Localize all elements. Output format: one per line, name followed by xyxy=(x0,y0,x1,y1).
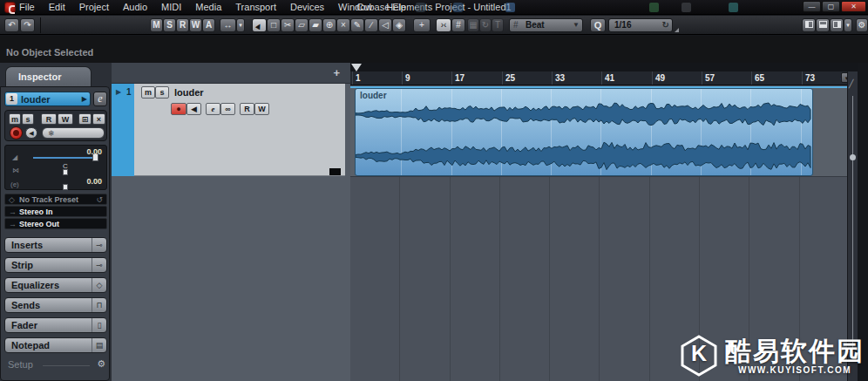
output-routing-row[interactable]: → Stereo Out xyxy=(4,218,107,229)
section-sends[interactable]: Sends ⊓ xyxy=(4,297,107,313)
audio-track-lane[interactable]: louder xyxy=(350,88,858,176)
volume-slider[interactable] xyxy=(33,157,96,159)
monitor-button[interactable]: ◀ xyxy=(25,127,37,139)
auto-punch-dropdown[interactable]: ▾ xyxy=(236,18,245,32)
edit-channel-button[interactable]: e xyxy=(93,92,107,106)
right-zone-button[interactable] xyxy=(830,18,844,32)
draw-tool[interactable]: ✎ xyxy=(350,18,364,32)
track-link-button[interactable]: ∞ xyxy=(220,103,235,115)
minimize-button[interactable]: — xyxy=(803,1,821,12)
input-routing-row[interactable]: → Stereo In xyxy=(4,206,107,217)
track-expand-icon[interactable]: ▶ xyxy=(116,88,121,96)
track-record-button[interactable] xyxy=(171,103,186,115)
redo-button[interactable]: ↷ xyxy=(20,18,35,32)
ruler-tick: 41 xyxy=(601,71,614,85)
color-tool[interactable]: ◈ xyxy=(392,18,406,32)
mute-button[interactable]: m xyxy=(9,113,21,125)
range-selection-tool[interactable]: □ xyxy=(267,18,281,32)
menu-project[interactable]: Project xyxy=(79,0,109,15)
freeze-button[interactable]: ❄ xyxy=(42,127,105,139)
auto-punch-button[interactable]: ↔ xyxy=(220,18,236,32)
volume-value[interactable]: 0.00 xyxy=(86,147,102,156)
menu-audio[interactable]: Audio xyxy=(123,0,147,15)
gain-value[interactable]: 0.00 xyxy=(86,177,102,186)
snap-button[interactable]: ›‹ xyxy=(436,18,451,32)
track-list: + ▶ 1 m s louder ◀ e ∞ R W xyxy=(112,63,350,381)
menu-edit[interactable]: Edit xyxy=(49,0,65,15)
menu-file[interactable]: File xyxy=(19,0,35,15)
mute-tool[interactable]: × xyxy=(336,18,350,32)
setup-toolbar-button[interactable]: ⚙ xyxy=(856,18,868,32)
track-monitor-button[interactable]: ◀ xyxy=(186,103,201,115)
snap-type-button[interactable]: # xyxy=(451,18,465,32)
section-fader[interactable]: Fader ▯ xyxy=(4,317,107,333)
zoom-slider-track[interactable] xyxy=(852,96,853,357)
timeline-ruler[interactable]: 1 9 17 25 33 41 49 57 65 73 81 ▾ xyxy=(350,71,858,85)
zoom-tool[interactable]: ⊕ xyxy=(322,18,336,32)
menu-devices[interactable]: Devices xyxy=(290,0,324,15)
cubase-logo-icon[interactable] xyxy=(4,2,16,13)
track-list-header: + xyxy=(112,63,350,84)
lower-zone-button[interactable] xyxy=(816,18,830,32)
object-selection-tool[interactable]: ▶ xyxy=(252,18,267,32)
grid-type-select[interactable]: # Beat ▼ xyxy=(509,18,583,32)
playhead-cursor[interactable] xyxy=(351,64,362,71)
section-inserts[interactable]: Inserts ⊸ xyxy=(4,237,107,253)
track-write-button[interactable]: W xyxy=(254,103,269,115)
read-automation-button[interactable]: R xyxy=(41,113,57,125)
split-tool[interactable]: ✂ xyxy=(281,18,295,32)
section-notepad[interactable]: Notepad ▤ xyxy=(4,337,107,353)
menu-midi[interactable]: MIDI xyxy=(161,0,181,15)
menu-help[interactable]: Help xyxy=(386,0,406,15)
track-solo-button[interactable]: s xyxy=(155,86,169,99)
zoom-corner-handle[interactable]: ╱ xyxy=(849,80,857,88)
section-equalizers[interactable]: Equalizers ◇ xyxy=(4,277,107,293)
close-button[interactable]: ✕ xyxy=(841,1,866,12)
autoscroll-button[interactable]: + xyxy=(413,18,431,32)
undo-button[interactable]: ↶ xyxy=(4,18,19,32)
read-all-button[interactable]: R xyxy=(176,18,189,32)
track-row-louder[interactable]: ▶ 1 m s louder ◀ e ∞ R W xyxy=(112,84,345,176)
preset-reload-icon[interactable]: ↺ xyxy=(96,194,103,205)
pan-slider-handle[interactable] xyxy=(63,169,68,175)
timebase-toggle-icon[interactable]: × xyxy=(92,113,105,125)
zoom-slider-handle[interactable] xyxy=(850,154,856,160)
write-all-button[interactable]: W xyxy=(189,18,202,32)
track-edit-channel-button[interactable]: e xyxy=(206,103,220,115)
solo-all-button[interactable]: S xyxy=(163,18,176,32)
quantize-preset-select[interactable]: 1/16 ↻ xyxy=(608,18,673,32)
write-automation-button[interactable]: W xyxy=(58,113,73,125)
quantize-circle-icon: ↻ xyxy=(662,19,669,31)
menu-media[interactable]: Media xyxy=(195,0,221,15)
solo-button[interactable]: s xyxy=(22,113,34,125)
automation-mode-button[interactable]: A xyxy=(202,18,215,32)
track-resize-handle[interactable] xyxy=(329,168,341,175)
audio-event-louder[interactable]: louder xyxy=(355,88,813,176)
track-mute-button[interactable]: m xyxy=(141,86,155,99)
glue-tool[interactable]: ▱ xyxy=(295,18,309,32)
tab-inspector[interactable]: Inspector xyxy=(5,66,92,87)
setup-gear-icon[interactable]: ⚙ xyxy=(97,358,105,370)
play-tool[interactable]: ◁ xyxy=(378,18,392,32)
track-name-label: louder xyxy=(21,94,51,105)
line-tool[interactable]: ∕ xyxy=(364,18,378,32)
zone-dropdown[interactable]: ▾ xyxy=(844,18,852,32)
channel-strip-icon[interactable]: ⊞ xyxy=(78,113,92,125)
track-read-button[interactable]: R xyxy=(240,103,254,115)
mute-all-button[interactable]: M xyxy=(150,18,163,32)
maximize-button[interactable]: ▢ xyxy=(822,1,840,12)
menu-transport[interactable]: Transport xyxy=(235,0,276,15)
track-preset-row[interactable]: ◇ No Track Preset ↺ xyxy=(4,194,107,205)
left-zone-button[interactable] xyxy=(802,18,816,32)
track-name-field[interactable]: 1 louder ▶ xyxy=(4,92,91,106)
iterative-quantize-button[interactable]: Q xyxy=(590,18,606,32)
menu-window[interactable]: Window xyxy=(338,0,372,15)
track-name[interactable]: louder xyxy=(174,87,204,98)
add-track-button[interactable]: + xyxy=(333,66,340,79)
gain-slider-handle[interactable] xyxy=(63,184,68,190)
record-enable-button[interactable] xyxy=(10,126,23,139)
section-strip[interactable]: Strip ⊸ xyxy=(4,257,107,273)
quantize-corner-handle[interactable] xyxy=(675,28,679,32)
pan-icon: ⋈ xyxy=(12,167,19,174)
erase-tool[interactable]: ▰ xyxy=(309,18,322,32)
